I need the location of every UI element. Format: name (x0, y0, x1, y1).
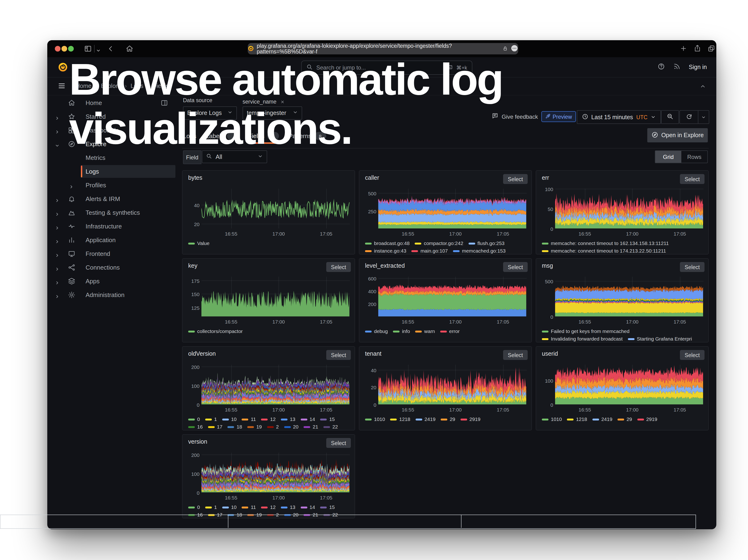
time-range-picker[interactable]: Last 15 minutes UTC (577, 110, 661, 124)
legend-item[interactable]: compactor.go:242 (415, 240, 463, 247)
legend-item[interactable]: 19 (247, 512, 262, 518)
traffic-close-button[interactable] (55, 46, 61, 51)
refresh-button[interactable] (679, 110, 698, 124)
tab-labels[interactable]: Labels (206, 128, 238, 144)
legend-item[interactable]: main.go:107 (412, 248, 448, 254)
legend-item[interactable]: memcache: connect timeout to 174.213.22.… (542, 248, 666, 254)
new-tab-button[interactable] (680, 45, 687, 54)
legend-item[interactable]: 1218 (567, 416, 587, 422)
chart-canvas-version[interactable] (202, 453, 350, 492)
select-button[interactable]: Select (503, 262, 528, 272)
legend-item[interactable]: 21 (304, 512, 318, 518)
legend-item[interactable]: 21 (304, 424, 318, 430)
back-button[interactable] (107, 45, 114, 54)
dock-menu-button[interactable] (161, 99, 168, 108)
view-toggle-grid[interactable]: Grid (655, 151, 681, 163)
legend-item[interactable]: 12 (261, 504, 276, 510)
legend-item[interactable]: debug (365, 328, 388, 334)
legend-item[interactable]: 13 (281, 416, 295, 422)
breadcrumb-item[interactable]: Home (76, 83, 92, 89)
give-feedback-link[interactable]: Give feedback (502, 113, 538, 120)
legend-item[interactable]: 1 (205, 416, 217, 422)
sidebar-item-testing-synthetics[interactable]: Testing & synthetics (47, 206, 176, 219)
refresh-interval-dropdown[interactable] (698, 110, 709, 124)
sidebar-item-dashboards[interactable]: Dashboards (47, 123, 176, 137)
legend-item[interactable]: warn (415, 328, 435, 334)
chart-canvas-key[interactable] (202, 277, 350, 317)
sidebar-item-frontend[interactable]: Frontend (47, 247, 176, 261)
service-name-dropdown[interactable]: tempo-ingester (242, 107, 302, 120)
legend-item[interactable]: 1 (205, 504, 217, 510)
legend-item[interactable]: 2 (267, 512, 279, 518)
legend-item[interactable]: Starting Grafana Enterpri (628, 336, 692, 342)
legend-item[interactable]: 2919 (461, 416, 481, 422)
chart-canvas-tenant[interactable] (378, 365, 527, 404)
sidebar-item-infrastructure[interactable]: Infrastructure (47, 219, 176, 233)
select-button[interactable]: Select (680, 262, 704, 272)
browser-sidebar-toggle-button[interactable] (84, 45, 92, 54)
legend-item[interactable]: 0 (188, 504, 200, 510)
legend-item[interactable]: 14 (301, 416, 315, 422)
legend-item[interactable]: 12 (261, 416, 276, 422)
traffic-minimize-button[interactable] (62, 46, 67, 51)
legend-item[interactable]: Value (188, 240, 209, 247)
sidebar-item-connections[interactable]: Connections (47, 261, 176, 274)
search-input[interactable]: Search or jump to... ⌘+k (301, 61, 472, 75)
legend-item[interactable]: 2919 (637, 416, 657, 422)
news-rss-icon[interactable] (673, 63, 680, 72)
legend-item[interactable]: 15 (320, 504, 335, 510)
select-button[interactable]: Select (680, 350, 704, 360)
legend-item[interactable]: 0 (188, 416, 200, 422)
sidebar-item-alerts-irm[interactable]: Alerts & IRM (47, 192, 176, 206)
sidebar-item-metrics[interactable]: Metrics (47, 151, 176, 165)
legend-item[interactable]: 1010 (365, 416, 385, 422)
legend-item[interactable]: 18 (228, 424, 242, 430)
traffic-zoom-button[interactable] (68, 46, 74, 51)
sidebar-item-profiles[interactable]: Profiles (47, 178, 176, 192)
help-icon[interactable] (658, 63, 665, 72)
chart-canvas-level_extracted[interactable] (378, 277, 527, 317)
legend-item[interactable]: info (393, 328, 410, 334)
sidebar-item-home[interactable]: Home (47, 96, 176, 110)
legend-item[interactable]: 10 (222, 416, 236, 422)
url-bar[interactable]: play.grafana.org/a/grafana-lokiexplore-a… (248, 43, 518, 54)
sidebar-item-application[interactable]: Application (47, 233, 176, 247)
select-button[interactable]: Select (326, 262, 351, 272)
select-button[interactable]: Select (326, 350, 351, 360)
chart-canvas-userid[interactable] (555, 365, 704, 404)
legend-item[interactable]: 2419 (415, 416, 436, 422)
legend-item[interactable]: 18 (228, 512, 242, 518)
sidebar-item-apps[interactable]: Apps (47, 274, 176, 288)
zoom-out-button[interactable] (661, 110, 679, 124)
field-filter-dropdown[interactable]: All (202, 150, 267, 163)
mega-menu-toggle-button[interactable] (58, 82, 66, 92)
legend-item[interactable]: 29 (441, 416, 455, 422)
chart-canvas-bytes[interactable] (202, 189, 350, 229)
select-button[interactable]: Select (503, 174, 528, 184)
sign-in-button[interactable]: Sign in (689, 64, 707, 70)
tab-overview-button[interactable] (708, 45, 715, 54)
legend-item[interactable]: collectors/compactor (188, 328, 243, 334)
legend-item[interactable]: Invalidating forwarded broadcast (542, 336, 623, 342)
share-button[interactable] (694, 44, 701, 54)
legend-item[interactable]: broadcast.go:48 (365, 240, 410, 247)
legend-item[interactable]: 11 (242, 504, 256, 510)
sidebar-item-starred[interactable]: Starred (47, 110, 176, 123)
legend-item[interactable]: error (440, 328, 460, 334)
breadcrumb-item[interactable]: Explore (101, 83, 121, 89)
legend-item[interactable]: 29 (617, 416, 632, 422)
select-button[interactable]: Select (503, 350, 528, 360)
sidebar-item-explore[interactable]: Explore (47, 137, 176, 151)
legend-item[interactable]: 22 (323, 424, 338, 430)
tab-patterns[interactable]: Patterns8 (288, 128, 326, 144)
legend-item[interactable]: flush.go:253 (469, 240, 505, 247)
legend-item[interactable]: 1218 (390, 416, 411, 422)
legend-item[interactable]: 10 (222, 504, 236, 510)
breadcrumb-item[interactable]: Logs (131, 83, 143, 89)
legend-item[interactable]: instance.go:43 (365, 248, 406, 254)
breadcrumb-item[interactable]: Fields (153, 83, 169, 89)
legend-item[interactable]: 16 (188, 512, 203, 518)
legend-item[interactable]: 14 (301, 504, 315, 510)
chart-canvas-oldVersion[interactable] (202, 365, 350, 404)
legend-item[interactable]: memcache: connect timeout to 162.134.158… (542, 240, 669, 247)
